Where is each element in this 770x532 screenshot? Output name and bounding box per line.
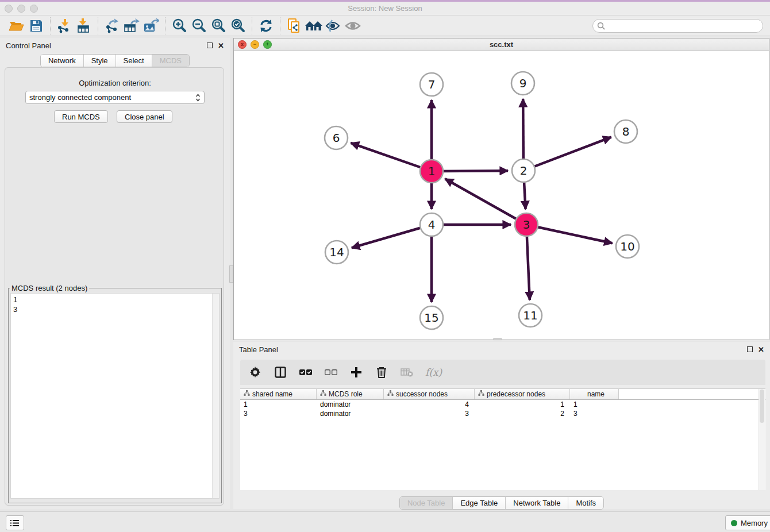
close-panel-icon[interactable]: ✕ <box>758 346 764 353</box>
node-label: 6 <box>333 131 340 145</box>
search-icon <box>597 22 605 30</box>
trash-icon[interactable] <box>375 365 388 379</box>
zoom-out-icon[interactable] <box>189 17 209 34</box>
hide-panel-eye-icon[interactable] <box>324 17 343 34</box>
run-mcds-button[interactable]: Run MCDS <box>54 110 108 123</box>
tab-select[interactable]: Select <box>116 55 152 67</box>
cell-name[interactable]: 1 <box>570 400 619 408</box>
mcds-result-text: 1 3 <box>11 294 219 315</box>
tab-mcds[interactable]: MCDS <box>152 55 189 67</box>
open-folder-icon[interactable] <box>7 17 26 34</box>
float-panel-icon[interactable] <box>207 43 213 48</box>
cell-successor-nodes[interactable]: 3 <box>384 410 475 418</box>
toolbar-separator <box>50 17 51 34</box>
node-15[interactable]: 15 <box>420 306 443 329</box>
node-6[interactable]: 6 <box>325 126 348 149</box>
cell-shared-name[interactable]: 1 <box>240 400 317 408</box>
node-2[interactable]: 2 <box>512 159 535 182</box>
close-panel-icon[interactable]: ✕ <box>218 42 224 49</box>
hierarchy-icon <box>478 390 484 398</box>
import-network-icon[interactable] <box>55 17 74 34</box>
deselect-all-icon[interactable] <box>324 365 338 379</box>
column-label: predecessor nodes <box>487 390 545 398</box>
export-network-icon[interactable] <box>102 17 122 34</box>
node-1[interactable]: 1 <box>420 160 443 183</box>
edge-1-6[interactable] <box>351 143 432 171</box>
network-window-title: scc.txt <box>234 40 769 49</box>
home-icon[interactable] <box>304 17 324 34</box>
gear-icon[interactable] <box>248 365 262 379</box>
edge-4-14[interactable] <box>352 225 432 248</box>
select-all-icon[interactable] <box>299 365 313 379</box>
export-table-icon[interactable] <box>122 17 141 34</box>
search-input[interactable] <box>605 20 763 32</box>
column-header-shared-name[interactable]: shared name <box>240 389 317 399</box>
cell-MCDS-role[interactable]: dominator <box>317 410 384 418</box>
column-header-MCDS-role[interactable]: MCDS role <box>317 389 384 399</box>
mcds-result-group: MCDS result (2 nodes) 1 3 <box>8 284 222 503</box>
function-builder-icon[interactable]: f(x) <box>425 367 442 378</box>
zoom-in-icon[interactable] <box>170 17 189 34</box>
column-header-predecessor-nodes[interactable]: predecessor nodes <box>475 389 570 399</box>
control-panel-title: Control Panel <box>6 41 51 50</box>
close-panel-button[interactable]: Close panel <box>117 110 172 123</box>
hierarchy-icon <box>387 390 394 398</box>
node-7[interactable]: 7 <box>420 73 443 96</box>
task-history-button[interactable] <box>6 515 24 530</box>
export-image-icon[interactable] <box>141 17 161 34</box>
cell-name[interactable]: 3 <box>570 410 619 418</box>
tab-edge-table[interactable]: Edge Table <box>453 497 506 509</box>
edge-3-10[interactable] <box>526 225 613 243</box>
tab-network-table[interactable]: Network Table <box>506 497 568 509</box>
window-title: Session: New Session <box>0 4 770 13</box>
show-panel-eye-icon[interactable] <box>343 17 363 34</box>
node-10[interactable]: 10 <box>616 235 639 258</box>
network-window-titlebar[interactable]: x − + scc.txt <box>234 38 769 51</box>
add-column-icon[interactable] <box>349 365 363 379</box>
zoom-selected-icon[interactable] <box>228 17 248 34</box>
toolbar-separator <box>165 17 165 34</box>
float-panel-icon[interactable] <box>747 346 753 352</box>
memory-button[interactable]: Memory <box>725 515 770 530</box>
copy-network-icon[interactable] <box>284 17 304 34</box>
cell-MCDS-role[interactable]: dominator <box>317 400 384 408</box>
node-table[interactable]: shared nameMCDS rolesuccessor nodesprede… <box>240 388 765 490</box>
table-panel-title: Table Panel <box>239 345 278 354</box>
tab-network[interactable]: Network <box>41 55 84 67</box>
edge-2-8[interactable] <box>523 137 611 171</box>
tab-motifs[interactable]: Motifs <box>568 497 603 509</box>
refresh-layout-icon[interactable] <box>256 17 276 34</box>
network-view-window: x − + scc.txt 7968124314101511 <box>233 38 769 340</box>
cell-shared-name[interactable]: 3 <box>240 410 317 418</box>
mcds-result-textarea[interactable]: 1 3 <box>10 293 220 499</box>
node-11[interactable]: 11 <box>519 304 542 327</box>
node-8[interactable]: 8 <box>614 120 637 143</box>
table-row[interactable]: 1dominator411 <box>240 400 765 409</box>
import-table-icon[interactable] <box>74 17 94 34</box>
resize-grip[interactable] <box>493 338 502 340</box>
result-scrollbar[interactable] <box>212 294 219 498</box>
network-canvas[interactable]: 7968124314101511 <box>234 51 769 340</box>
table-scrollbar[interactable] <box>759 389 765 490</box>
cell-successor-nodes[interactable]: 4 <box>384 400 475 408</box>
cell-predecessor-nodes[interactable]: 2 <box>475 410 570 418</box>
column-header-name[interactable]: name <box>570 389 619 399</box>
node-14[interactable]: 14 <box>325 241 348 264</box>
criterion-select[interactable]: strongly connected component <box>25 91 205 104</box>
node-9[interactable]: 9 <box>511 72 534 95</box>
zoom-fit-icon[interactable] <box>209 17 228 34</box>
save-icon[interactable] <box>26 17 46 34</box>
node-label: 9 <box>519 76 527 90</box>
node-4[interactable]: 4 <box>420 213 443 236</box>
column-header-successor-nodes[interactable]: successor nodes <box>384 389 475 399</box>
search-box[interactable] <box>592 19 763 33</box>
table-row[interactable]: 3dominator323 <box>240 409 765 418</box>
tab-node-table[interactable]: Node Table <box>400 497 453 509</box>
tab-style[interactable]: Style <box>84 55 116 67</box>
cell-predecessor-nodes[interactable]: 1 <box>475 400 570 408</box>
edge-3-1[interactable] <box>445 179 526 225</box>
columns-icon[interactable] <box>274 365 287 379</box>
node-3[interactable]: 3 <box>515 213 538 236</box>
splitter-grip[interactable] <box>229 265 233 283</box>
delete-table-icon[interactable] <box>400 365 414 379</box>
